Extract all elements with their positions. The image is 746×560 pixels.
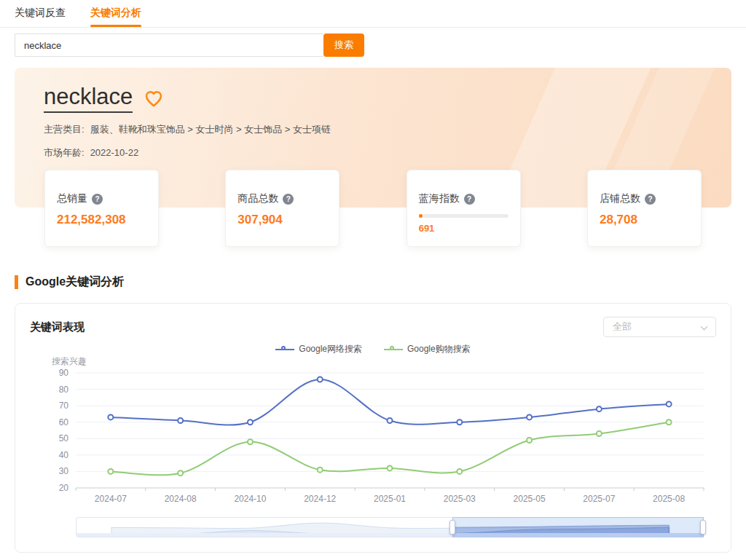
section-accent-bar bbox=[15, 275, 18, 289]
scope-filter-select[interactable]: 全部 bbox=[603, 317, 716, 337]
svg-text:搜索兴趣: 搜索兴趣 bbox=[52, 356, 87, 366]
scope-filter-value: 全部 bbox=[613, 321, 632, 332]
legend-item[interactable]: Google购物搜索 bbox=[384, 343, 471, 355]
legend-label: Google购物搜索 bbox=[407, 343, 471, 355]
svg-text:30: 30 bbox=[59, 466, 69, 476]
stat-value: 691 bbox=[419, 223, 509, 234]
svg-text:90: 90 bbox=[59, 368, 69, 378]
search-bar: 搜索 bbox=[15, 33, 731, 57]
svg-text:40: 40 bbox=[59, 450, 69, 460]
help-icon[interactable] bbox=[645, 194, 656, 205]
stat-value: 28,708 bbox=[600, 213, 689, 227]
category-label: 主营类目: bbox=[44, 124, 85, 135]
svg-text:2025-08: 2025-08 bbox=[653, 494, 685, 504]
help-icon[interactable] bbox=[464, 194, 475, 205]
datazoom-selected-window[interactable] bbox=[452, 517, 704, 537]
stats-row: 总销量 212,582,308 商品总数 307,904 蓝海指数 691 店铺… bbox=[44, 170, 702, 247]
svg-text:60: 60 bbox=[59, 417, 69, 427]
svg-text:70: 70 bbox=[59, 401, 69, 411]
chevron-down-icon bbox=[701, 323, 708, 331]
help-icon[interactable] bbox=[283, 194, 294, 205]
stat-label: 店铺总数 bbox=[600, 192, 640, 205]
market-age-value: 2022-10-22 bbox=[90, 147, 139, 158]
stat-label: 商品总数 bbox=[237, 192, 278, 205]
category-breadcrumb: 服装、鞋靴和珠宝饰品 > 女士时尚 > 女士饰品 > 女士项链 bbox=[90, 124, 331, 135]
keyword-search-input[interactable] bbox=[15, 33, 323, 57]
svg-text:2024-12: 2024-12 bbox=[304, 494, 336, 504]
search-button[interactable]: 搜索 bbox=[323, 33, 364, 57]
datazoom-slider[interactable] bbox=[76, 517, 704, 537]
keyword-title: necklace bbox=[44, 84, 133, 113]
stat-label: 蓝海指数 bbox=[419, 192, 460, 205]
svg-text:2025-03: 2025-03 bbox=[444, 494, 476, 504]
tab-keyword-analysis[interactable]: 关键词分析 bbox=[90, 7, 141, 27]
stat-card-total-products: 商品总数 307,904 bbox=[225, 170, 339, 247]
svg-text:2024-10: 2024-10 bbox=[234, 494, 266, 504]
stat-label: 总销量 bbox=[57, 192, 87, 205]
main-category-line: 主营类目:服装、鞋靴和珠宝饰品 > 女士时尚 > 女士饰品 > 女士项链 bbox=[44, 123, 731, 136]
datazoom-selected-strip bbox=[453, 533, 703, 537]
tab-bar: 关键词反查 关键词分析 bbox=[0, 0, 746, 28]
favorite-heart-icon[interactable] bbox=[143, 87, 165, 109]
search-interest-line-chart: 2030405060708090搜索兴趣2024-072024-082024-1… bbox=[30, 355, 721, 508]
chart-legend: Google网络搜索 Google购物搜索 bbox=[30, 343, 716, 355]
google-section-header: Google关键词分析 bbox=[15, 275, 731, 290]
datazoom-left-handle[interactable] bbox=[449, 520, 455, 535]
stat-value: 307,904 bbox=[237, 213, 327, 227]
tab-keyword-reverse-lookup[interactable]: 关键词反查 bbox=[15, 7, 66, 27]
stat-card-total-shops: 店铺总数 28,708 bbox=[587, 170, 702, 247]
stat-card-blue-ocean-index: 蓝海指数 691 bbox=[407, 170, 521, 247]
blue-ocean-progress-fill bbox=[419, 214, 423, 218]
stat-card-total-sales: 总销量 212,582,308 bbox=[44, 170, 159, 247]
legend-item[interactable]: Google网络搜索 bbox=[275, 343, 362, 355]
svg-text:2025-07: 2025-07 bbox=[583, 494, 615, 504]
keyword-performance-card: 关键词表现 全部 Google网络搜索 Google购物搜索 203040506… bbox=[15, 303, 731, 553]
help-icon[interactable] bbox=[92, 194, 103, 205]
market-age-label: 市场年龄: bbox=[44, 147, 85, 158]
chart-title: 关键词表现 bbox=[30, 320, 85, 334]
svg-text:80: 80 bbox=[59, 384, 69, 395]
datazoom-right-handle[interactable] bbox=[700, 520, 706, 535]
legend-label: Google网络搜索 bbox=[299, 343, 362, 355]
svg-text:2025-05: 2025-05 bbox=[514, 494, 546, 504]
section-title: Google关键词分析 bbox=[25, 275, 124, 290]
svg-text:2024-07: 2024-07 bbox=[95, 494, 127, 504]
svg-text:20: 20 bbox=[59, 483, 69, 493]
svg-text:50: 50 bbox=[59, 433, 69, 443]
legend-line-marker bbox=[275, 346, 294, 353]
legend-line-marker bbox=[384, 346, 403, 353]
svg-text:2025-01: 2025-01 bbox=[374, 494, 406, 504]
svg-text:2024-08: 2024-08 bbox=[165, 494, 197, 504]
stat-value: 212,582,308 bbox=[57, 213, 146, 227]
blue-ocean-progress-bar bbox=[419, 214, 509, 218]
